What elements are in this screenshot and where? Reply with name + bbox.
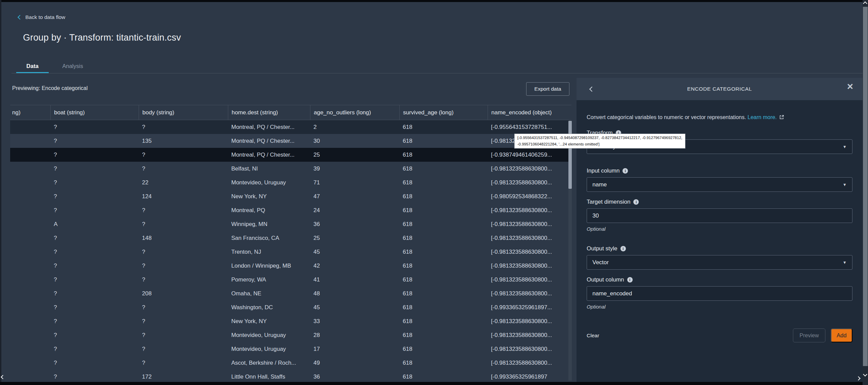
table-row[interactable]: A?Winnipeg, MN36618[-0.981323588630800..… (10, 217, 571, 231)
table-row[interactable]: ??Montevideo, Uruguay28618[-0.9813235886… (10, 328, 571, 342)
scroll-up-icon[interactable] (863, 1, 867, 6)
table-scrollbar-thumb[interactable] (568, 121, 572, 189)
table-row[interactable]: ?135Montreal, PQ / Chester...30618[-0.98… (10, 134, 571, 148)
table-cell: ? (139, 300, 228, 314)
table-cell: ? (50, 120, 139, 134)
table-cell: ? (50, 287, 139, 300)
tab-data[interactable]: Data (16, 63, 49, 69)
table-cell: 618 (399, 300, 488, 314)
scroll-left-icon[interactable] (1, 375, 5, 379)
table-cell: 25 (310, 231, 399, 245)
close-icon[interactable]: × (847, 81, 853, 92)
table-cell: 618 (399, 203, 488, 217)
table-row[interactable]: ??Montreal, PQ24618[-0.981323588630800..… (10, 203, 571, 217)
back-chevron-icon (18, 15, 22, 20)
window-left-edge (0, 0, 1, 382)
target-dimension-info-icon[interactable]: i (633, 199, 639, 205)
table-cell: 17 (310, 342, 399, 356)
input-column-select[interactable]: name ▼ (587, 177, 852, 192)
add-button[interactable]: Add (831, 329, 852, 342)
table-cell: [-0.981323588630800... (488, 273, 571, 287)
table-cell: ? (139, 162, 228, 176)
column-header-0[interactable]: ng) (10, 105, 50, 120)
column-header-6[interactable]: name_encoded (object) (488, 105, 571, 120)
back-to-data-flow-link[interactable]: Back to data flow (18, 14, 65, 20)
table-cell: 618 (399, 176, 488, 189)
input-column-info-icon[interactable]: i (623, 168, 628, 174)
table-cell: 71 (310, 176, 399, 189)
table-row[interactable]: ?148San Francisco, CA25618[-0.9813235886… (10, 231, 571, 245)
table-cell: ? (139, 342, 228, 356)
table-row[interactable]: ??Pomeroy, WA41618[-0.981323588630800... (10, 273, 571, 287)
table-row[interactable]: ?124New York, NY47618[-0.980592534868322… (10, 189, 571, 203)
column-header-5[interactable]: survived_age (long) (399, 105, 488, 120)
column-header-4[interactable]: age_no_outliers (long) (310, 105, 399, 120)
table-cell: 148 (139, 231, 228, 245)
table-row[interactable]: ?22Montevideo, Uruguay71618[-0.981323588… (10, 176, 571, 189)
table-row[interactable]: ?172Little Onn Hall, Staffs36618[-0.9933… (10, 370, 571, 382)
output-column-input[interactable] (587, 286, 852, 301)
table-cell: ? (139, 356, 228, 370)
column-header-1[interactable]: boat (string) (50, 105, 139, 120)
table-cell: ? (50, 148, 139, 162)
table-row[interactable]: ??Montevideo, Uruguay17618[-0.9813235886… (10, 342, 571, 356)
tab-analysis[interactable]: Analysis (54, 63, 91, 69)
learn-more-link[interactable]: Learn more. (748, 114, 777, 120)
table-row[interactable]: ??Washington, DC45618[-0.993365325961897… (10, 300, 571, 314)
table-cell: 618 (399, 162, 488, 176)
table-cell (10, 287, 50, 300)
table-cell: Montevideo, Uruguay (228, 342, 310, 356)
table-header-row: ng)boat (string)body (string)home.dest (… (10, 105, 571, 120)
output-style-select[interactable]: Vector ▼ (587, 255, 852, 270)
tabs-divider (11, 73, 863, 73)
page-title: Group by · Transform: titantic-train.csv (23, 32, 181, 43)
table-cell: 618 (399, 217, 488, 231)
table-cell: 208 (139, 287, 228, 300)
column-header-2[interactable]: body (string) (139, 105, 228, 120)
page-scrollbar-thumb[interactable] (863, 7, 868, 366)
table-cell: 618 (399, 231, 488, 245)
chevron-down-icon: ▼ (843, 144, 847, 149)
output-style-info-icon[interactable]: i (620, 246, 626, 251)
table-row[interactable]: ??Belfast, NI39618[-0.981323588630800... (10, 162, 571, 176)
table-cell: ? (50, 245, 139, 259)
table-cell: Washington, DC (228, 300, 310, 314)
table-vertical-scrollbar[interactable] (568, 121, 572, 381)
scroll-down-icon[interactable] (863, 372, 867, 377)
table-cell: A (50, 217, 139, 231)
table-cell: Ascot, Berkshire / Roch... (228, 356, 310, 370)
table-row[interactable]: ??London / Winnipeg, MB42618[-0.98132358… (10, 259, 571, 273)
table-cell: ? (139, 120, 228, 134)
clear-button[interactable]: Clear (587, 333, 599, 339)
table-row[interactable]: ??New York, NY33618[-0.981323588630800..… (10, 314, 571, 328)
table-row[interactable]: ?208Omaha, NE48618[-0.981323588630800... (10, 287, 571, 300)
window-top-edge (0, 0, 863, 2)
table-cell: ? (50, 314, 139, 328)
table-row[interactable]: ??Montreal, PQ / Chester...25618[-0.9387… (10, 148, 571, 162)
table-cell: ? (50, 356, 139, 370)
table-cell: 135 (139, 134, 228, 148)
preview-button[interactable]: Preview (793, 329, 825, 342)
horizontal-scrollbar-track[interactable] (0, 382, 863, 385)
table-cell (10, 300, 50, 314)
table-cell (10, 370, 50, 382)
encode-categorical-panel: ENCODE CATEGORICAL × Convert categorical… (577, 78, 863, 382)
target-dimension-input[interactable] (587, 208, 852, 223)
page-vertical-scrollbar[interactable] (863, 0, 868, 385)
external-link-icon[interactable] (779, 114, 784, 121)
table-row[interactable]: ??Montreal, PQ / Chester...2618[-0.95564… (10, 120, 571, 134)
table-cell: 28 (310, 328, 399, 342)
table-cell (10, 176, 50, 189)
table-cell: 2 (310, 120, 399, 134)
table-row[interactable]: ??Ascot, Berkshire / Roch...49618[-0.981… (10, 356, 571, 370)
table-row[interactable]: ??Trenton, NJ45618[-0.981323588630800... (10, 245, 571, 259)
table-cell: 618 (399, 314, 488, 328)
column-header-3[interactable]: home.dest (string) (228, 105, 310, 120)
table-cell: 618 (399, 189, 488, 203)
table-cell: New York, NY (228, 314, 310, 328)
output-column-info-icon[interactable]: i (627, 277, 633, 282)
export-data-button[interactable]: Export data (526, 82, 569, 96)
table-cell: [-0.981323588630800... (488, 328, 571, 342)
table-cell: [-0.981323588630800... (488, 162, 571, 176)
table-cell: 39 (310, 162, 399, 176)
